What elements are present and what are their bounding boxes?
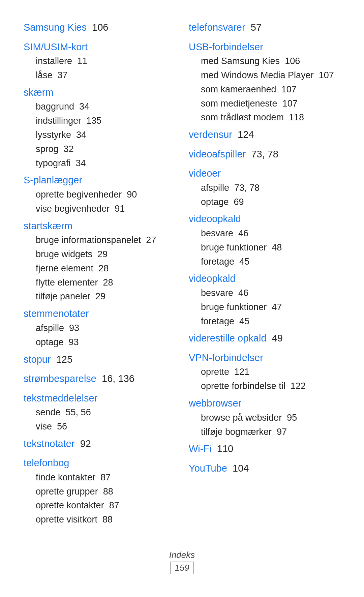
sub-entry: indstillinger 135	[36, 114, 175, 128]
sub-entry: oprette visitkort 88	[36, 513, 175, 527]
entry-header: Samsung Kies 106	[24, 22, 109, 33]
sub-page: 34	[76, 158, 86, 168]
sub-entry: vise 56	[36, 420, 175, 434]
entry-header: S-planlægger	[24, 175, 82, 185]
sub-page: 29	[95, 291, 105, 301]
sub-entry: bruge funktioner 48	[201, 241, 340, 255]
sub-entry: oprette forbindelse til 122	[201, 379, 340, 393]
index-entry: videopkaldbesvare 46bruge funktioner 47f…	[189, 271, 340, 328]
sub-entries: sende 55, 56vise 56	[24, 406, 175, 434]
sub-page: 122	[291, 381, 306, 391]
sub-page: 34	[79, 101, 89, 112]
sub-page: 27	[146, 235, 156, 245]
sub-entry: fjerne element 28	[36, 262, 175, 276]
index-entry: strømbesparelse 16, 136	[24, 371, 175, 390]
index-entry: viderestille opkald 49	[189, 331, 340, 349]
sub-page: 107	[282, 98, 298, 109]
entry-header: verdensur 124	[189, 129, 254, 140]
index-entry: stopur 125	[24, 352, 175, 370]
entry-header: YouTube 104	[189, 463, 249, 474]
entry-page: 106	[92, 22, 108, 33]
index-entry: stemmenotaterafspille 93optage 93	[24, 306, 175, 349]
sub-page: 88	[103, 486, 113, 497]
sub-page: 46	[238, 288, 248, 298]
sub-page: 121	[234, 367, 249, 377]
index-entry: videoerafspille 73, 78optage 69	[189, 166, 340, 209]
sub-page: 93	[69, 337, 79, 347]
entry-page: 124	[238, 129, 254, 140]
index-entry: S-planlæggeroprette begivenheder 90vise …	[24, 173, 175, 216]
sub-entries: baggrund 34indstillinger 135lysstyrke 34…	[24, 100, 175, 170]
sub-entries: afspille 73, 78optage 69	[189, 181, 340, 209]
entry-page: 110	[217, 443, 233, 454]
sub-entries: oprette begivenheder 90vise begivenheder…	[24, 188, 175, 216]
sub-entry: flytte elementer 28	[36, 276, 175, 290]
index-entry: Wi-Fi 110	[189, 442, 340, 460]
sub-page: 73, 78	[234, 183, 260, 193]
index-entry: SIM/USIM-kortinstallere 11låse 37	[24, 40, 175, 83]
entry-header: VPN-forbindelser	[189, 352, 263, 363]
sub-page: 90	[127, 189, 137, 200]
sub-entry: tilføje paneler 29	[36, 290, 175, 304]
sub-entry: typografi 34	[36, 156, 175, 171]
entry-page: 57	[251, 22, 262, 33]
sub-entry: bruge informationspanelet 27	[36, 233, 175, 247]
sub-entries: afspille 93optage 93	[24, 321, 175, 350]
sub-page: 88	[102, 514, 113, 525]
sub-entry: baggrund 34	[36, 100, 175, 114]
index-entry: skærmbaggrund 34indstillinger 135lysstyr…	[24, 85, 175, 171]
index-entry: telefonsvarer 57	[189, 20, 340, 38]
sub-entry: bruge widgets 29	[36, 247, 175, 262]
sub-entries: med Samsung Kies 106med Windows Media Pl…	[189, 54, 340, 125]
index-entry: verdensur 124	[189, 127, 340, 146]
sub-page: 95	[287, 413, 297, 423]
sub-page: 55, 56	[66, 407, 91, 417]
sub-entry: optage 69	[201, 195, 340, 209]
sub-entry: vise begivenheder 91	[36, 202, 175, 216]
sub-page: 34	[76, 130, 86, 140]
sub-page: 47	[272, 302, 282, 312]
sub-page: 45	[239, 316, 249, 326]
sub-page: 32	[64, 144, 74, 154]
sub-entry: som medietjeneste 107	[201, 97, 340, 111]
entry-header: telefonbog	[24, 457, 69, 468]
sub-entry: finde kontakter 87	[36, 471, 175, 485]
sub-entry: browse på websider 95	[201, 411, 340, 425]
left-column: Samsung Kies 106SIM/USIM-kortinstallere …	[24, 20, 175, 530]
sub-page: 56	[57, 421, 67, 431]
sub-entries: finde kontakter 87oprette grupper 88opre…	[24, 471, 175, 527]
index-columns: Samsung Kies 106SIM/USIM-kortinstallere …	[24, 20, 340, 530]
entry-header: videoopkald	[189, 213, 241, 224]
sub-page: 106	[285, 56, 300, 66]
entry-page: 73, 78	[251, 149, 278, 159]
sub-entry: bruge funktioner 47	[201, 300, 340, 315]
sub-page: 69	[234, 197, 244, 207]
sub-entry: optage 93	[36, 335, 175, 350]
sub-page: 29	[97, 249, 108, 259]
sub-entry: foretage 45	[201, 255, 340, 269]
entry-page: 125	[56, 354, 72, 365]
index-entry: tekstnotater 92	[24, 437, 175, 455]
sub-entry: sende 55, 56	[36, 406, 175, 420]
entry-page: 92	[80, 438, 91, 449]
sub-page: 91	[115, 204, 125, 214]
sub-page: 107	[281, 84, 297, 94]
entry-header: videoafspiller 73, 78	[189, 149, 278, 159]
entry-header: tekstnotater 92	[24, 438, 91, 449]
sub-page: 48	[272, 242, 282, 252]
sub-page: 28	[98, 263, 109, 273]
index-entry: videoafspiller 73, 78	[189, 147, 340, 165]
sub-page: 11	[77, 56, 87, 66]
sub-page: 107	[319, 70, 334, 80]
sub-entry: besvare 46	[201, 286, 340, 300]
index-entry: telefonbogfinde kontakter 87oprette grup…	[24, 456, 175, 527]
entry-header: strømbesparelse 16, 136	[24, 373, 134, 384]
right-column: telefonsvarer 57USB-forbindelsermed Sams…	[189, 20, 340, 530]
index-entry: startskærmbruge informationspanelet 27br…	[24, 219, 175, 304]
sub-entry: oprette begivenheder 90	[36, 188, 175, 202]
sub-page: 46	[238, 228, 248, 238]
sub-entry: oprette grupper 88	[36, 485, 175, 499]
entry-header: SIM/USIM-kort	[24, 41, 88, 52]
sub-entries: besvare 46bruge funktioner 48foretage 45	[189, 227, 340, 269]
sub-page: 135	[86, 116, 101, 126]
